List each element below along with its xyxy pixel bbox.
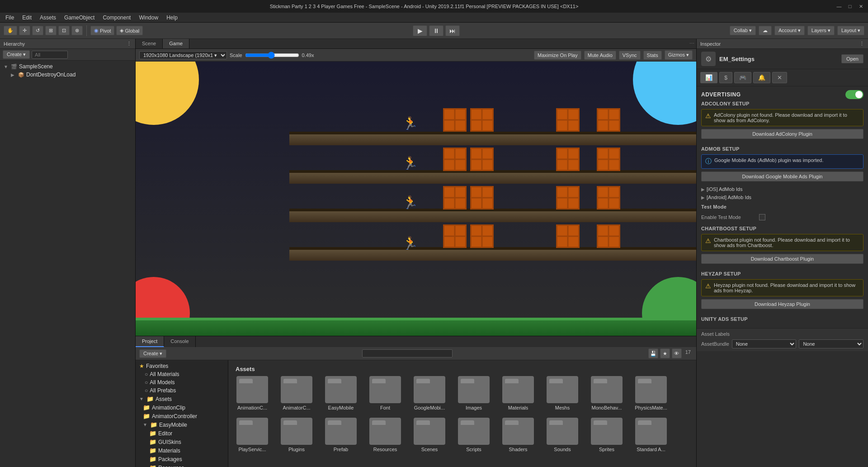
advertising-section-header: ADVERTISING	[697, 86, 868, 101]
mute-audio-button[interactable]: Mute Audio	[584, 51, 616, 60]
editor-folder[interactable]: 📁 Editor	[136, 429, 228, 438]
stats-button[interactable]: Stats	[643, 51, 662, 60]
asset-item-prefab[interactable]: Prefab	[321, 416, 361, 454]
inspector-options[interactable]: ⋮	[859, 41, 864, 47]
menu-help[interactable]: Help	[163, 14, 181, 22]
asset-item-font[interactable]: Font	[365, 374, 406, 412]
menu-file[interactable]: File	[2, 14, 18, 22]
tab-analytics[interactable]: 📊	[700, 72, 717, 83]
minimize-button[interactable]: —	[835, 3, 843, 10]
hierarchy-create-button[interactable]: Create ▾	[3, 50, 30, 59]
tree-item-samplescene[interactable]: ▼ 🎬 SampleScene	[0, 62, 135, 71]
eye-icon-button[interactable]: 👁	[672, 348, 682, 358]
asset-item-materials[interactable]: Materials	[498, 374, 538, 412]
advertising-toggle[interactable]	[845, 90, 863, 99]
asset-item-easymobile[interactable]: EasyMobile	[321, 374, 361, 412]
packages-folder[interactable]: 📁 Packages	[136, 455, 228, 463]
tool-move[interactable]: ✛	[19, 26, 30, 35]
tab-settings[interactable]: ✕	[772, 72, 787, 83]
tab-monetization[interactable]: $	[719, 72, 732, 83]
scene-tab-scene[interactable]: Scene	[136, 39, 163, 48]
asset-item-scripts[interactable]: Scripts	[453, 416, 494, 454]
hierarchy-search-input[interactable]	[32, 51, 68, 59]
tool-scale[interactable]: ⊞	[45, 26, 57, 35]
all-materials-folder[interactable]: ○ All Materials	[136, 370, 228, 378]
scene-tab-game[interactable]: Game	[163, 39, 189, 48]
step-button[interactable]: ⏭	[445, 25, 460, 36]
tool-hand[interactable]: ✋	[4, 26, 17, 35]
project-create-button[interactable]: Create ▾	[139, 349, 166, 358]
cloud-button[interactable]: ☁	[759, 26, 772, 35]
scale-slider[interactable]	[245, 52, 299, 59]
favorites-folder[interactable]: ★ Favorites	[136, 362, 228, 370]
adcolony-download-button[interactable]: Download AdColony Plugin	[701, 129, 863, 139]
asset-item-monobehav[interactable]: MonoBehav...	[586, 374, 627, 412]
animatorcontroller-folder[interactable]: 📁 AnimatorController	[136, 412, 228, 420]
asset-bundle-variant-select[interactable]: None	[799, 339, 863, 348]
collab-button[interactable]: Collab ▾	[730, 26, 756, 35]
asset-item-physicsmate[interactable]: PhysicsMate...	[631, 374, 671, 412]
menu-edit[interactable]: Edit	[19, 14, 35, 22]
asset-item-images[interactable]: Images	[453, 374, 494, 412]
global-button[interactable]: ◈ Global	[116, 26, 143, 35]
all-models-folder[interactable]: ○ All Models	[136, 378, 228, 386]
assets-root-folder[interactable]: ▼ 📁 Assets	[136, 395, 228, 403]
pivot-button[interactable]: ◉ Pivot	[90, 26, 114, 35]
gizmos-button[interactable]: Gizmos ▾	[665, 50, 693, 60]
menu-gameobject[interactable]: GameObject	[61, 14, 98, 22]
asset-item-sprites[interactable]: Sprites	[586, 416, 627, 454]
menu-window[interactable]: Window	[135, 14, 162, 22]
asset-item-animatorc[interactable]: AnimatorC...	[276, 374, 317, 412]
resources-folder[interactable]: 📁 Resources	[136, 463, 228, 467]
folder-thumbnail	[236, 418, 268, 445]
pause-button[interactable]: ⏸	[429, 25, 443, 36]
project-tab[interactable]: Project	[136, 336, 164, 347]
asset-item-sounds[interactable]: Sounds	[542, 416, 583, 454]
asset-item-playservic[interactable]: PlayServic...	[232, 416, 273, 454]
easymobile-folder[interactable]: ▼ 📁 EasyMobile	[136, 420, 228, 429]
android-admob-ids[interactable]: ▶ [Android] AdMob Ids	[701, 193, 863, 201]
hierarchy-options[interactable]: ⋮	[127, 41, 132, 47]
save-icon-button[interactable]: 💾	[648, 348, 658, 358]
materials-folder[interactable]: 📁 Materials	[136, 446, 228, 455]
asset-bundle-select[interactable]: None	[732, 339, 797, 348]
guiskins-folder[interactable]: 📁 GUISkins	[136, 438, 228, 446]
asset-item-meshs[interactable]: Meshs	[542, 374, 583, 412]
bookmark-icon-button[interactable]: ★	[660, 348, 670, 358]
tab-notifications[interactable]: 🔔	[753, 72, 770, 83]
play-button[interactable]: ▶	[413, 25, 427, 36]
enable-test-mode-checkbox[interactable]	[759, 214, 765, 220]
layout-dropdown[interactable]: Layout ▾	[837, 26, 864, 35]
asset-item-plugins[interactable]: Plugins	[276, 416, 317, 454]
vsync-button[interactable]: VSync	[619, 51, 641, 60]
animationclip-folder[interactable]: 📁 AnimationClip	[136, 403, 228, 412]
resolution-select[interactable]: 1920x1080 Landscape (1920x1 ▾	[139, 51, 227, 59]
tool-rect[interactable]: ⊡	[58, 26, 70, 35]
asset-item-animationc[interactable]: AnimationC...	[232, 374, 273, 412]
asset-item-googlemobi[interactable]: GoogleMobi...	[409, 374, 450, 412]
admob-download-button[interactable]: Download Google Mobile Ads Plugin	[701, 172, 863, 181]
asset-item-resources[interactable]: Resources	[365, 416, 406, 454]
maximize-button[interactable]: □	[846, 3, 854, 10]
close-button[interactable]: ✕	[857, 3, 864, 10]
chartboost-download-button[interactable]: Download Chartboost Plugin	[701, 254, 863, 264]
tree-item-dontdestroy[interactable]: ▶ 📦 DontDestroyOnLoad	[0, 71, 135, 79]
heyzap-download-button[interactable]: Download Heyzap Plugin	[701, 299, 863, 309]
asset-item-standarda[interactable]: Standard A...	[631, 416, 671, 454]
console-tab[interactable]: Console	[164, 336, 195, 347]
asset-item-scenes[interactable]: Scenes	[409, 416, 450, 454]
account-dropdown[interactable]: Account ▾	[774, 26, 805, 35]
project-search-input[interactable]	[362, 349, 453, 357]
tool-transform[interactable]: ⊗	[71, 26, 83, 35]
layers-dropdown[interactable]: Layers ▾	[807, 26, 835, 35]
all-prefabs-folder[interactable]: ○ All Prefabs	[136, 386, 228, 395]
menu-assets[interactable]: Assets	[36, 14, 60, 22]
menu-component[interactable]: Component	[99, 14, 134, 22]
tool-rotate[interactable]: ↺	[32, 26, 43, 35]
ios-admob-ids[interactable]: ▶ [iOS] AdMob Ids	[701, 185, 863, 193]
maximize-on-play-button[interactable]: Maximize On Play	[534, 51, 581, 60]
em-open-button[interactable]: Open	[841, 54, 863, 63]
tab-gaming[interactable]: 🎮	[734, 72, 751, 83]
scene-collapse-icon[interactable]: ⋯	[688, 39, 696, 48]
asset-item-shaders[interactable]: Shaders	[498, 416, 538, 454]
